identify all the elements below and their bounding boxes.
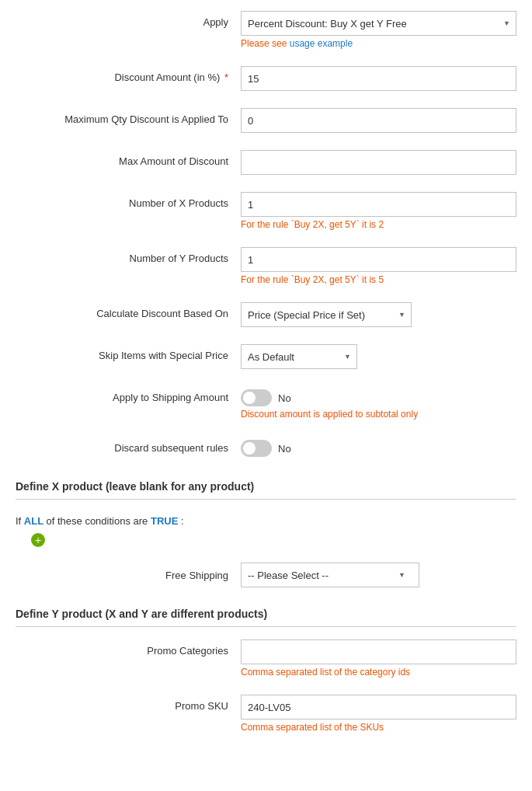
promo-categories-row: Promo Categories Comma separated list of… xyxy=(16,636,516,681)
num-y-control-wrap: For the rule `Buy 2X, get 5Y` it is 5 xyxy=(241,247,516,285)
promo-sku-hint: Comma separated list of the SKUs xyxy=(241,722,516,733)
free-shipping-select[interactable]: -- Please Select -- Yes No xyxy=(241,563,419,587)
skip-items-label: Skip Items with Special Price xyxy=(16,344,241,363)
discard-rules-no-label: No xyxy=(278,443,291,455)
free-shipping-row: Free Shipping -- Please Select -- Yes No xyxy=(16,556,516,594)
discard-rules-control-wrap: No xyxy=(241,437,516,457)
max-qty-row: Maximum Qty Discount is Applied To xyxy=(16,105,516,136)
skip-items-control-wrap: As Default Yes No xyxy=(241,344,516,369)
conditions-all-text[interactable]: ALL xyxy=(24,515,47,527)
form-container: Apply Percent Discount: Buy X get Y Free… xyxy=(0,0,532,754)
apply-shipping-label: Apply to Shipping Amount xyxy=(16,386,241,405)
apply-shipping-control-wrap: No Discount amount is applied to subtota… xyxy=(241,386,516,420)
max-qty-input[interactable] xyxy=(241,108,516,133)
discount-amount-label: Discount Amount (in %) * xyxy=(16,66,241,85)
promo-sku-label: Promo SKU xyxy=(16,695,241,713)
apply-select[interactable]: Percent Discount: Buy X get Y Free xyxy=(241,11,516,36)
apply-control-wrap: Percent Discount: Buy X get Y Free Pleas… xyxy=(241,11,516,49)
max-amount-control-wrap xyxy=(241,150,516,175)
section-x-header: Define X product (leave blank for any pr… xyxy=(16,471,516,500)
discount-amount-input[interactable] xyxy=(241,66,516,91)
num-y-label: Number of Y Products xyxy=(16,247,241,266)
free-shipping-select-wrapper: -- Please Select -- Yes No xyxy=(241,563,412,587)
promo-categories-hint: Comma separated list of the category ids xyxy=(241,667,516,678)
num-x-hint: For the rule `Buy 2X, get 5Y` it is 2 xyxy=(241,219,516,230)
promo-sku-row: Promo SKU Comma separated list of the SK… xyxy=(16,692,516,736)
calc-discount-select[interactable]: Price (Special Price if Set) Original Pr… xyxy=(241,302,412,327)
max-amount-row: Max Amount of Discount xyxy=(16,147,516,178)
add-condition-button[interactable]: + xyxy=(31,533,45,547)
num-x-row: Number of X Products For the rule `Buy 2… xyxy=(16,189,516,233)
max-qty-control-wrap xyxy=(241,108,516,133)
discount-amount-row: Discount Amount (in %) * xyxy=(16,63,516,94)
discard-rules-label: Discard subsequent rules xyxy=(16,437,241,455)
skip-items-select[interactable]: As Default Yes No xyxy=(241,344,357,369)
discard-rules-slider xyxy=(241,440,272,457)
apply-shipping-hint: Discount amount is applied to subtotal o… xyxy=(241,409,516,420)
skip-items-select-wrapper: As Default Yes No xyxy=(241,344,357,369)
apply-shipping-toggle-wrapper: No xyxy=(241,386,516,406)
apply-select-wrapper: Percent Discount: Buy X get Y Free xyxy=(241,11,516,36)
apply-shipping-no-label: No xyxy=(278,392,291,404)
conditions-label: If ALL of these conditions are TRUE : xyxy=(16,515,516,527)
max-amount-input[interactable] xyxy=(241,150,516,175)
free-shipping-control-wrap: -- Please Select -- Yes No xyxy=(241,563,412,587)
section-y-header: Define Y product (X and Y are different … xyxy=(16,598,516,627)
discard-rules-row: Discard subsequent rules No xyxy=(16,434,516,460)
apply-shipping-slider xyxy=(241,389,272,406)
promo-sku-input[interactable] xyxy=(241,695,516,720)
required-star: * xyxy=(224,71,228,83)
num-y-row: Number of Y Products For the rule `Buy 2… xyxy=(16,244,516,288)
conditions-area: If ALL of these conditions are TRUE : + xyxy=(16,509,516,556)
apply-shipping-toggle[interactable] xyxy=(241,389,272,406)
max-qty-label: Maximum Qty Discount is Applied To xyxy=(16,108,241,127)
usage-example-link[interactable]: usage example xyxy=(290,38,353,49)
skip-items-row: Skip Items with Special Price As Default… xyxy=(16,341,516,372)
num-x-input[interactable] xyxy=(241,192,516,217)
num-x-label: Number of X Products xyxy=(16,192,241,211)
apply-row: Apply Percent Discount: Buy X get Y Free… xyxy=(16,8,516,52)
calc-discount-row: Calculate Discount Based On Price (Speci… xyxy=(16,299,516,330)
num-x-control-wrap: For the rule `Buy 2X, get 5Y` it is 2 xyxy=(241,192,516,230)
num-y-hint: For the rule `Buy 2X, get 5Y` it is 5 xyxy=(241,274,516,285)
promo-categories-input[interactable] xyxy=(241,639,516,664)
max-amount-label: Max Amount of Discount xyxy=(16,150,241,169)
apply-shipping-row: Apply to Shipping Amount No Discount amo… xyxy=(16,383,516,423)
promo-sku-control-wrap: Comma separated list of the SKUs xyxy=(241,695,516,733)
promo-categories-control-wrap: Comma separated list of the category ids xyxy=(241,639,516,678)
calc-discount-control-wrap: Price (Special Price if Set) Original Pr… xyxy=(241,302,516,327)
discard-rules-toggle-wrapper: No xyxy=(241,437,516,457)
promo-categories-label: Promo Categories xyxy=(16,639,241,658)
conditions-true-text[interactable]: TRUE xyxy=(151,515,181,527)
calc-discount-label: Calculate Discount Based On xyxy=(16,302,241,321)
discard-rules-toggle[interactable] xyxy=(241,440,272,457)
num-y-input[interactable] xyxy=(241,247,516,272)
discount-amount-control-wrap xyxy=(241,66,516,91)
apply-label: Apply xyxy=(16,11,241,30)
usage-example-hint: Please see usage example xyxy=(241,38,516,49)
free-shipping-label: Free Shipping xyxy=(16,570,241,581)
calc-discount-select-wrapper: Price (Special Price if Set) Original Pr… xyxy=(241,302,412,327)
